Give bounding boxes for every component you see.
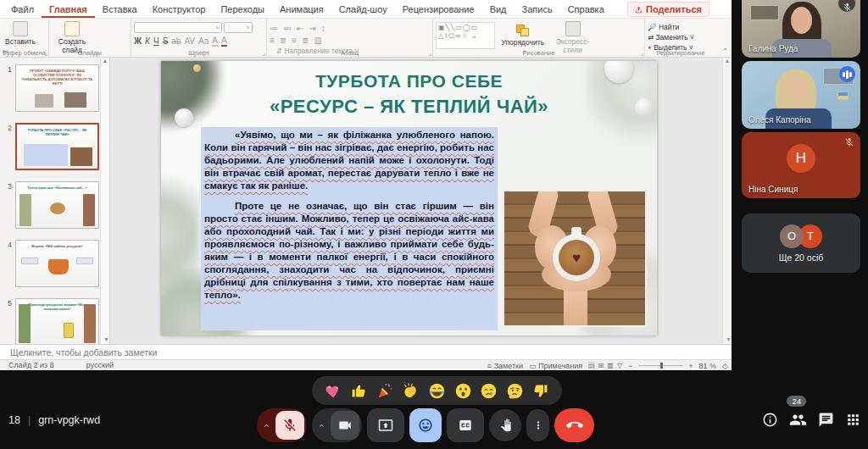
arrange-button[interactable]: Упорядочить [498,23,547,47]
reaction-thumbs-down-icon[interactable] [531,381,550,401]
align-left-icon[interactable]: ≡ [270,36,275,45]
end-call-button[interactable] [554,408,594,442]
thumbnail-slide-2-selected[interactable]: 2 ТУРБОТА ПРО СЕБЕ «РЕСУРС – ЯК ТЕПЛИЙ Ч… [3,123,99,170]
chat-button[interactable] [818,412,834,428]
muted-indicator [844,137,854,147]
font-size-select[interactable]: ˅ [224,22,253,33]
font-name-select[interactable]: ˅ [134,22,222,33]
reaction-thumbs-up-icon[interactable] [349,381,369,401]
normal-view-button[interactable]: ▭ [588,362,595,369]
underline-button[interactable]: Ч [153,36,159,46]
numbering-icon[interactable]: ≕ [283,24,292,33]
reaction-heart-icon[interactable] [324,381,343,401]
show-everyone-button[interactable] [789,411,807,429]
strikethrough-button[interactable]: S [163,36,169,46]
slide-sorter-view-button[interactable]: ⊞ [598,362,604,369]
mic-off-icon [844,137,854,147]
tab-review[interactable]: Рецензирование [395,0,482,18]
more-participants-tile[interactable]: О Т Ще 20 осіб [742,213,860,273]
columns-icon[interactable]: ▥ [314,36,321,45]
thumbnail-slide-4[interactable]: 4 Вправа «Мій чайник ресурсів» [3,240,99,287]
present-screen-button[interactable] [367,408,404,442]
align-right-icon[interactable]: ≡ [292,36,297,45]
slideshow-button[interactable]: ▽ [617,362,622,369]
tab-insert[interactable]: Вставка [95,0,145,18]
justify-icon[interactable]: ≣ [302,36,309,45]
zoom-out-button[interactable]: − [628,362,632,370]
slide-title[interactable]: ТУРБОТА ПРО СЕБЕ «РЕСУРС – ЯК ТЕПЛИЙ ЧАЙ… [212,71,606,118]
slide-title-line2: «РЕСУРС – ЯК ТЕПЛИЙ ЧАЙ» [212,96,606,118]
line-spacing-icon[interactable]: ↕ [321,24,326,33]
thumbnail-slide-1[interactable]: 1 ПРОЕКТ «ЗАВЖДИ ПОРУЧ» ВАШ ОСОБИСТИЙ ПС… [3,64,99,112]
tab-record[interactable]: Запись [515,0,560,18]
change-case-button[interactable]: Aa [198,36,209,46]
char-spacing-button[interactable]: AV [184,36,195,46]
replace-button[interactable]: ⇄ Заменить ˅ [648,33,694,42]
raise-hand-button[interactable] [489,409,521,441]
slide[interactable]: ТУРБОТА ПРО СЕБЕ «РЕСУРС – ЯК ТЕПЛИЙ ЧАЙ… [161,61,657,335]
tab-help[interactable]: Справка [560,0,612,18]
slide-photo-hands-cup[interactable]: ♥ [503,190,647,327]
tab-view[interactable]: Вид [482,0,515,18]
camera-options-chevron[interactable] [312,421,331,430]
meeting-details-button[interactable] [762,412,778,428]
reactions-button-active[interactable] [409,408,442,442]
mic-mute-button[interactable] [275,411,304,440]
find-button[interactable]: 🔎 Найти [648,23,694,32]
reaction-laugh-icon[interactable] [427,381,447,401]
zoom-slider[interactable] [638,365,682,366]
bullets-icon[interactable]: ≔ [270,24,278,33]
tab-home[interactable]: Главная [42,0,95,18]
reaction-thinking-icon[interactable] [505,381,525,401]
share-button[interactable]: Поделиться [627,2,709,17]
tab-animations[interactable]: Анимация [272,0,331,18]
proofing-language[interactable]: русский [86,361,114,369]
font-color-button[interactable]: А [221,36,227,47]
font-dialog-launcher[interactable]: ⌟ [263,50,265,57]
collapse-ribbon-icon[interactable]: ⌃ [722,47,728,55]
reaction-wow-icon[interactable] [453,381,473,401]
thumbnail-scrollbar[interactable]: ▲▼ [100,58,109,344]
captions-button[interactable] [447,408,484,442]
slide-scrollbar[interactable]: ▲▼ [722,58,732,344]
paragraph-dialog-launcher[interactable]: ⌟ [429,50,431,57]
indent-decrease-icon[interactable]: ⇤ [297,24,303,33]
subscript-button[interactable]: ab [171,36,181,46]
camera-control-group [312,408,362,442]
reaction-cry-icon[interactable] [479,381,498,401]
camera-toggle-button[interactable] [331,411,359,440]
reaction-party-icon[interactable] [376,381,395,401]
tab-transitions[interactable]: Переходы [213,0,272,18]
reaction-clap-icon[interactable] [401,381,420,401]
notes-pane[interactable]: Щелкните, чтобы добавить заметки [0,344,732,359]
tab-design[interactable]: Конструктор [145,0,214,18]
tab-file[interactable]: Файл [3,0,42,18]
highlight-color-button[interactable]: А [212,36,218,47]
notes-toggle[interactable]: ≡ Заметки [487,362,523,370]
activities-button[interactable] [845,412,861,428]
drawing-dialog-launcher[interactable]: ⌟ [641,50,643,57]
clipboard-dialog-launcher[interactable]: ⌟ [45,50,47,57]
more-options-button[interactable] [526,409,549,441]
zoom-in-button[interactable]: + [688,362,693,370]
align-center-icon[interactable]: ≣ [280,36,287,45]
mic-options-chevron[interactable] [257,421,275,430]
italic-button[interactable]: К [145,36,150,46]
comments-toggle[interactable]: ▭ Примечания [529,362,582,370]
reading-view-button[interactable]: ▥ [607,362,614,369]
participant-tile-3[interactable]: Н Ніна Синиця [742,132,860,198]
shapes-gallery[interactable]: ▣╲╲▭◯▭△⌇⬠⇨☆ ⌄ [436,22,495,49]
slide-text-box[interactable]: «Уявімо, що ми – як філіжанка улюбленого… [201,127,498,330]
indent-increase-icon[interactable]: ⇥ [309,24,315,33]
thumbnail-slide-3[interactable]: 3 Тепла практика «Наливаємо чай…» [3,181,99,229]
participant-avatars-pair: О Т [780,224,822,248]
thumbnail-slide-5[interactable]: 5 Приклади ресурсної вправи «Моя запашна… [3,298,99,344]
fit-to-window-button[interactable]: ◇ [722,362,728,370]
tab-slideshow[interactable]: Слайд-шоу [331,0,395,18]
paste-button[interactable]: Вставить [3,20,38,46]
participant-tile-1[interactable]: Галина Руда [742,0,860,58]
participant-avatar: Н [787,144,815,173]
participant-tile-2[interactable]: Олеся Капоріна [742,61,860,129]
zoom-slider-knob[interactable] [660,363,663,369]
bold-button[interactable]: Ж [134,36,142,46]
